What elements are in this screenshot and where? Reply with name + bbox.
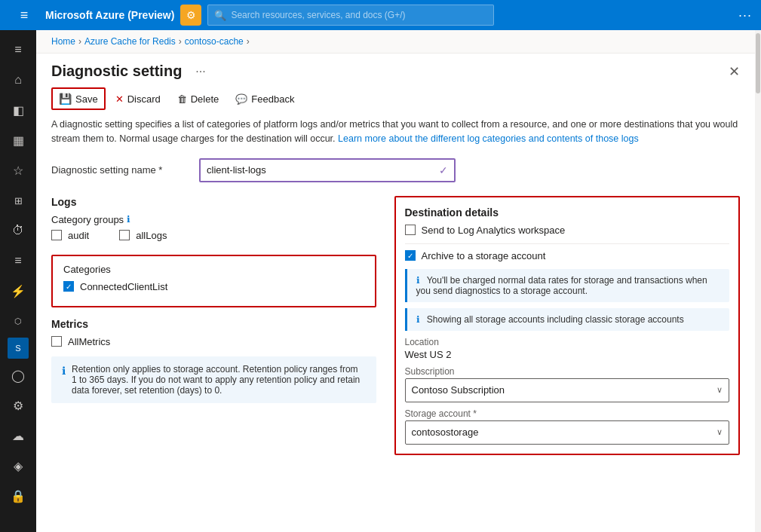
breadcrumb-home[interactable]: Home: [51, 36, 75, 47]
diag-name-value: client-list-logs: [207, 164, 266, 176]
audit-label: audit: [68, 230, 89, 241]
log-analytics-label: Send to Log Analytics workspace: [422, 225, 566, 236]
storage-showing-text: Showing all storage accounts including c…: [427, 314, 684, 325]
sidebar-item-lightning[interactable]: ⚡: [3, 277, 33, 304]
all-metrics-checkbox-row: AllMetrics: [51, 336, 376, 347]
storage-charges-text: You'll be charged normal data rates for …: [416, 275, 707, 296]
sidebar-expand-icon[interactable]: ≡: [9, 2, 39, 29]
breadcrumb-sep3: ›: [247, 36, 250, 47]
divider-1: [405, 243, 730, 244]
connected-client-label: ConnectedClientList: [80, 281, 167, 292]
archive-storage-checkbox-row: ✓ Archive to a storage account: [405, 250, 730, 261]
logs-section-title: Logs: [51, 196, 376, 208]
sidebar-item-cloud[interactable]: ☁: [3, 422, 33, 449]
sidebar-item-hamburger[interactable]: ≡: [3, 36, 33, 63]
panel-ellipsis[interactable]: ···: [195, 65, 205, 78]
sidebar-item-dashboard[interactable]: ◧: [3, 96, 33, 124]
retention-text: Retention only applies to storage accoun…: [72, 364, 366, 396]
search-icon: 🔍: [214, 10, 226, 21]
sidebar: ≡ ⌂ ◧ ▦ ☆ ⊞ ⏱ ≡ ⚡ ⬡ S ◯ ⚙ ☁ ◈ 🔒: [0, 30, 36, 532]
panel-close-button[interactable]: ✕: [729, 63, 740, 80]
sidebar-item-grid[interactable]: ▦: [3, 127, 33, 154]
all-metrics-label: AllMetrics: [68, 336, 110, 347]
feedback-button[interactable]: 💬 Feedback: [229, 89, 301, 109]
panel-header: Diagnostic setting ··· ✕: [36, 54, 755, 80]
log-analytics-checkbox[interactable]: [405, 225, 416, 235]
subscription-label: Subscription: [405, 366, 730, 377]
content-columns: Logs Category groups ℹ audit allLogs: [36, 196, 755, 455]
destination-details: Destination details Send to Log Analytic…: [394, 196, 741, 455]
location-value: West US 2: [405, 349, 730, 360]
save-label: Save: [75, 93, 98, 105]
delete-button[interactable]: 🗑 Delete: [170, 89, 226, 109]
audit-checkbox[interactable]: [51, 230, 62, 240]
archive-storage-label: Archive to a storage account: [422, 250, 546, 261]
location-label: Location: [405, 337, 730, 347]
sidebar-item-list[interactable]: ≡: [3, 247, 33, 274]
log-analytics-checkbox-row: Send to Log Analytics workspace: [405, 225, 730, 236]
info-icon-2: ℹ: [416, 314, 420, 325]
description-text: A diagnostic setting specifies a list of…: [36, 118, 755, 154]
diag-name-label: Diagnostic setting name *: [51, 164, 187, 176]
destination-title: Destination details: [405, 206, 730, 219]
archive-storage-checkbox[interactable]: ✓: [405, 250, 416, 261]
sidebar-item-hex[interactable]: ⬡: [3, 307, 33, 335]
save-icon: 💾: [59, 93, 72, 105]
sidebar-item-circle[interactable]: ◯: [3, 362, 33, 389]
search-placeholder: Search resources, services, and docs (G+…: [231, 10, 405, 20]
sidebar-item-gear[interactable]: ⚙: [3, 392, 33, 419]
top-bar-more[interactable]: ···: [738, 8, 752, 23]
breadcrumb-contoso-cache[interactable]: contoso-cache: [185, 36, 244, 47]
storage-account-label: Storage account *: [405, 408, 730, 419]
sidebar-item-favorites[interactable]: ☆: [3, 157, 33, 184]
save-button[interactable]: 💾 Save: [51, 87, 106, 110]
category-groups-label: Category groups ℹ: [51, 214, 376, 225]
diag-name-check-icon: ✓: [439, 164, 448, 176]
scrollbar[interactable]: [755, 30, 761, 532]
sidebar-item-recent[interactable]: ⏱: [3, 217, 33, 244]
subscription-chevron-icon: ∨: [717, 385, 723, 395]
feedback-label: Feedback: [251, 93, 294, 105]
feedback-icon: 💬: [235, 93, 247, 105]
left-column: Logs Category groups ℹ audit allLogs: [51, 196, 394, 455]
toolbar: 💾 Save ✕ Discard 🗑 Delete 💬 Feedback: [36, 80, 755, 118]
retention-info-box: ℹ Retention only applies to storage acco…: [51, 356, 376, 403]
breadcrumb-sep1: ›: [78, 36, 81, 47]
category-groups-row: audit allLogs: [51, 230, 376, 247]
top-bar: ≡ Microsoft Azure (Preview) ⚙ 🔍 Search r…: [0, 0, 761, 30]
sidebar-item-sql[interactable]: S: [8, 338, 29, 359]
azure-icon[interactable]: ⚙: [180, 5, 201, 26]
search-bar[interactable]: 🔍 Search resources, services, and docs (…: [207, 5, 494, 26]
all-metrics-checkbox[interactable]: [51, 336, 62, 347]
breadcrumb-sep2: ›: [179, 36, 182, 47]
breadcrumb: Home › Azure Cache for Redis › contoso-c…: [36, 30, 755, 54]
description-link[interactable]: Learn more about the different log categ…: [338, 133, 639, 144]
sidebar-item-home[interactable]: ⌂: [3, 66, 33, 93]
storage-account-value: contosostorage: [412, 427, 479, 438]
alllogs-label: allLogs: [136, 230, 167, 241]
connected-client-checkbox-row: ✓ ConnectedClientList: [63, 281, 364, 292]
sidebar-item-all-services[interactable]: ⊞: [3, 187, 33, 214]
main-content: Home › Azure Cache for Redis › contoso-c…: [36, 30, 755, 532]
alllogs-checkbox[interactable]: [119, 230, 130, 240]
categories-title: Categories: [63, 264, 364, 275]
subscription-dropdown[interactable]: Contoso Subscription ∨: [405, 378, 730, 402]
storage-account-chevron-icon: ∨: [717, 427, 723, 437]
discard-icon: ✕: [115, 93, 124, 105]
sidebar-item-lock[interactable]: 🔒: [3, 482, 33, 509]
subscription-value: Contoso Subscription: [412, 384, 505, 396]
metrics-section-title: Metrics: [51, 318, 376, 330]
delete-label: Delete: [191, 93, 219, 105]
storage-account-dropdown[interactable]: contosostorage ∨: [405, 420, 730, 445]
storage-charges-info: ℹ You'll be charged normal data rates fo…: [405, 269, 730, 302]
audit-checkbox-row: audit: [51, 230, 89, 241]
sidebar-item-diamond[interactable]: ◈: [3, 452, 33, 479]
category-groups-info-icon[interactable]: ℹ: [127, 214, 130, 225]
scrollbar-thumb[interactable]: [756, 33, 760, 93]
connected-client-checkbox[interactable]: ✓: [63, 281, 74, 292]
discard-label: Discard: [127, 93, 161, 105]
breadcrumb-azure-cache[interactable]: Azure Cache for Redis: [84, 36, 176, 47]
discard-button[interactable]: ✕ Discard: [109, 89, 167, 109]
brand-name: Microsoft Azure (Preview): [45, 9, 174, 21]
diag-name-input[interactable]: client-list-logs ✓: [199, 158, 456, 182]
